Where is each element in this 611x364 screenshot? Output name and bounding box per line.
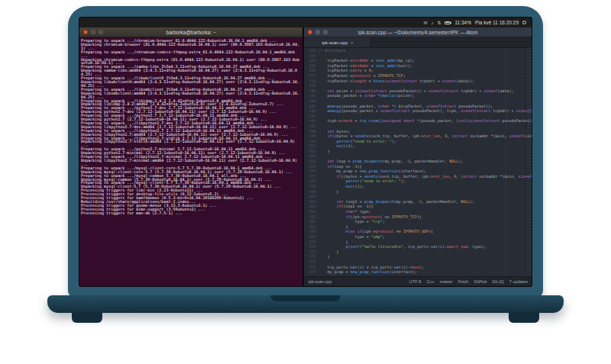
line-number: 370 <box>304 240 315 245</box>
status-right: UTF-8C++masterFetchGitHubGit (0)7 update… <box>409 279 528 284</box>
laptop-mockup: ✉ ♪ ⇅ 11:34% Pia kvě 11 16:20:29 <box>0 0 611 364</box>
line-number: 344 <box>304 108 315 114</box>
volume-icon[interactable]: ♪ <box>431 21 433 25</box>
maximize-button[interactable] <box>99 30 103 34</box>
terminal-line: Processing triggers for man-db (2.7.5-1)… <box>81 211 301 215</box>
code-line: int loop = pcap_dispatch(my_pcap, -1, pa… <box>318 159 532 164</box>
tab-ipk-scan[interactable]: ipk-scan.cpp × <box>304 37 371 47</box>
code-line: if(iph->protocol == IPPROTO_TCP){ <box>318 214 532 220</box>
laptop-screen: ✉ ♪ ⇅ 11:34% Pia kvě 11 16:20:29 <box>79 17 532 287</box>
line-number: 363 <box>304 204 315 209</box>
line-number: 335 <box>304 63 315 69</box>
code-editor[interactable]: 3323333343353363373383393403413423433443… <box>304 48 532 276</box>
status-item[interactable]: ipk-scan.cpp <box>308 279 331 284</box>
line-number: 365 <box>304 214 315 220</box>
code-line: } <box>318 224 532 230</box>
status-item[interactable]: Git (0) <box>493 279 504 284</box>
code-line: } <box>318 149 532 154</box>
scrollbar[interactable] <box>525 48 532 276</box>
line-number: 340 <box>304 89 315 94</box>
line-number: 345 <box>304 114 315 119</box>
line-number: 357 <box>304 174 315 179</box>
maximize-button[interactable] <box>323 30 328 34</box>
close-button[interactable] <box>308 30 312 34</box>
line-number: 366 <box>304 219 315 224</box>
atom-title: ipk-scan.cpp — ~/Dokumenty/4.semester/IP… <box>304 30 532 35</box>
code-line <box>318 98 532 104</box>
laptop-foot-left <box>72 312 102 323</box>
code-line: int loop2 = pcap_dispatch(my_pcap, -1, p… <box>318 199 532 205</box>
laptop-notch <box>270 295 341 301</box>
line-number: 376 <box>304 269 315 275</box>
line-number: 342 <box>304 98 315 104</box>
line-number-gutter: 3323333343353363373383393403413423433443… <box>304 48 318 276</box>
tab-label: ipk-scan.cpp <box>322 40 348 45</box>
atom-titlebar[interactable]: ipk-scan.cpp — ~/Dokumenty/4.semester/IP… <box>304 27 532 37</box>
line-number: 339 <box>304 83 315 89</box>
code-line: exit(1); <box>318 184 532 189</box>
line-number: 352 <box>304 149 315 154</box>
code-line <box>318 194 532 199</box>
line-number: 334 <box>304 58 315 63</box>
status-item[interactable]: C++ <box>426 279 434 284</box>
status-item[interactable]: GitHub <box>474 279 487 284</box>
battery-icon[interactable] <box>445 21 451 24</box>
code-line: if(loop2 == -1){ <box>318 204 532 209</box>
line-number: 338 <box>304 79 315 84</box>
status-bar: ipk-scan.cpp UTF-8C++masterFetchGitHubGi… <box>304 276 532 286</box>
laptop-foot-right <box>509 312 539 323</box>
status-item[interactable]: Fetch <box>458 279 469 284</box>
code-line: my_pcap = new_pcap_function(interface); <box>318 169 532 174</box>
terminal-window: barborka@barborka: ~ Preparing to unpack… <box>79 27 302 286</box>
code-line: int psize = (sizeof(struct pseudoPacket)… <box>318 89 532 94</box>
line-number: 371 <box>304 244 315 250</box>
line-number: 362 <box>304 199 315 205</box>
minimize-button[interactable] <box>91 30 95 34</box>
minimize-button[interactable] <box>315 30 320 34</box>
code-line: my_pcap = new_pcap_function(interface); <box>318 269 532 275</box>
power-icon[interactable] <box>522 21 526 24</box>
top-panel: ✉ ♪ ⇅ 11:34% Pia kvě 11 16:20:29 <box>79 18 532 27</box>
code-line: tcpPacket->length = htons(sizeof(struct … <box>318 79 532 84</box>
wrap-guide <box>506 48 506 276</box>
code-line: type = "tcp"; <box>318 219 532 224</box>
code-line: if((bytes = sendto(sock_tcp, buffer, iph… <box>318 134 532 139</box>
line-number: 375 <box>304 265 315 270</box>
tab-close-icon[interactable]: × <box>351 40 354 45</box>
clock[interactable]: Pia kvě 11 16:20:29 <box>475 20 519 25</box>
network-icon[interactable]: ⇅ <box>437 21 441 25</box>
line-number: 372 <box>304 250 315 255</box>
line-number: 353 <box>304 153 315 159</box>
line-number: 356 <box>304 169 315 174</box>
status-item[interactable]: 7 updates <box>509 279 528 284</box>
line-number: 346 <box>304 118 315 124</box>
code-line: char* type; <box>318 209 532 214</box>
code-line: tcpPacket->zero = 0; <box>318 68 532 73</box>
line-number: 359 <box>304 184 315 189</box>
line-number: 351 <box>304 143 315 149</box>
close-button[interactable] <box>83 30 88 34</box>
code-content: // Wireshark tcpPacket->srcAddr = inet_a… <box>318 48 532 276</box>
terminal-output[interactable]: Preparing to unpack .../chromium-browser… <box>79 37 302 286</box>
terminal-titlebar[interactable]: barborka@barborka: ~ <box>79 27 302 37</box>
code-line: // Wireshark <box>318 48 532 53</box>
window-area: barborka@barborka: ~ Preparing to unpack… <box>79 27 532 286</box>
code-line: pseudo_packet = (char *)malloc(psize); <box>318 93 532 98</box>
messages-icon[interactable]: ✉ <box>423 21 427 25</box>
line-number: 354 <box>304 159 315 164</box>
status-item[interactable]: master <box>440 279 453 284</box>
code-line <box>318 259 532 265</box>
code-line: perror("send to error: "); <box>318 179 532 184</box>
line-number: 347 <box>304 124 315 129</box>
code-line: memcpy(pseudo_packet + sizeof(struct pse… <box>318 108 532 114</box>
terminal-window-controls <box>83 30 103 34</box>
status-item[interactable]: UTF-8 <box>409 279 422 284</box>
line-number: 332 <box>304 48 315 53</box>
code-line: if((bytes = sendto(sock_tcp, buffer, iph… <box>318 174 532 179</box>
code-line: else if(iph->protocol == IPPROTO_UDP){ <box>318 229 532 234</box>
code-line: type = "udp"; <box>318 234 532 240</box>
line-number: 358 <box>304 179 315 184</box>
code-line: perror("send to error: "); <box>318 139 532 144</box>
code-line <box>318 153 532 159</box>
line-number: 341 <box>304 93 315 98</box>
